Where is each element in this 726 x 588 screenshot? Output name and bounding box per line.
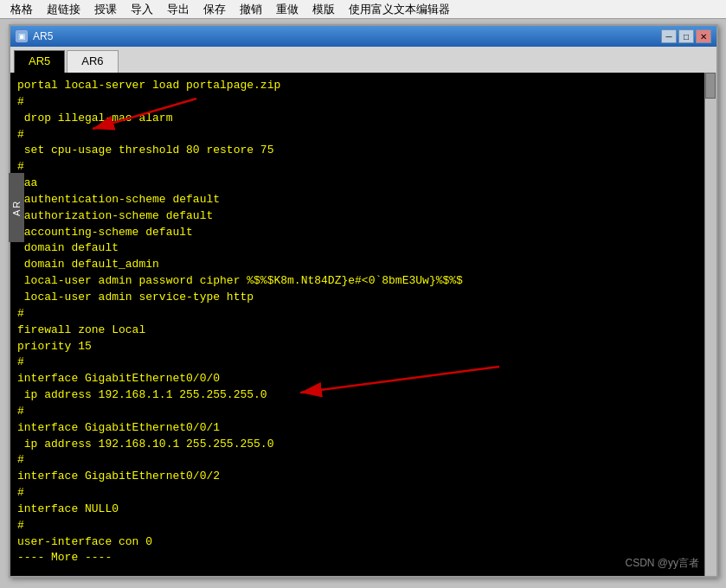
menu-geige[interactable]: 格格 bbox=[3, 0, 40, 19]
terminal-line: # bbox=[17, 94, 710, 111]
menu-chexiao[interactable]: 撤销 bbox=[233, 0, 269, 19]
terminal-line: domain default bbox=[17, 240, 710, 257]
minimize-button[interactable]: ─ bbox=[661, 29, 677, 43]
menu-richtext[interactable]: 使用富义文本编辑器 bbox=[342, 0, 457, 19]
terminal-line: user-interface con 0 bbox=[17, 534, 710, 551]
menu-daoru[interactable]: 导入 bbox=[124, 0, 160, 19]
terminal-line: authentication-scheme default bbox=[17, 192, 710, 208]
title-bar-left: ▣ AR5 bbox=[16, 30, 53, 42]
terminal-line: interface GigabitEthernet0/0/0 bbox=[17, 371, 710, 387]
terminal-line: # bbox=[17, 404, 710, 420]
terminal-line: interface GigabitEthernet0/0/2 bbox=[17, 469, 710, 485]
terminal-line: # bbox=[17, 159, 710, 176]
tab-bar: AR5 AR6 bbox=[10, 47, 716, 73]
terminal-line: # bbox=[17, 306, 710, 323]
terminal-line: interface GigabitEthernet0/0/1 bbox=[17, 420, 710, 437]
menu-baocun[interactable]: 保存 bbox=[196, 0, 233, 19]
terminal-line: ---- More ---- bbox=[17, 550, 710, 566]
terminal-line: set cpu-usage threshold 80 restore 75 bbox=[17, 143, 710, 159]
terminal-content: portal local-server load portalpage.zip#… bbox=[17, 78, 710, 566]
title-controls: ─ □ ✕ bbox=[661, 29, 711, 43]
scrollbar-thumb[interactable] bbox=[705, 73, 716, 99]
terminal-line: aaa bbox=[17, 176, 710, 192]
terminal-line: drop illegal-mac alarm bbox=[17, 111, 710, 127]
terminal-line: # bbox=[17, 452, 710, 469]
terminal-line: domain default_admin bbox=[17, 257, 710, 273]
menu-daochu[interactable]: 导出 bbox=[160, 0, 196, 19]
terminal-line: firewall zone Local bbox=[17, 323, 710, 339]
title-bar: ▣ AR5 ─ □ ✕ bbox=[10, 26, 716, 47]
watermark: CSDN @yy言者 bbox=[625, 556, 699, 571]
menu-chaoliangjie[interactable]: 超链接 bbox=[40, 0, 87, 19]
window-title: AR5 bbox=[33, 30, 53, 42]
menu-moban[interactable]: 模版 bbox=[305, 0, 342, 19]
terminal-line: interface NULL0 bbox=[17, 502, 710, 518]
terminal-line: ip address 192.168.10.1 255.255.255.0 bbox=[17, 437, 710, 453]
terminal-line: # bbox=[17, 355, 710, 371]
terminal-line: # bbox=[17, 485, 710, 502]
tab-ar5[interactable]: AR5 bbox=[14, 50, 65, 73]
terminal-line: accounting-scheme default bbox=[17, 225, 710, 241]
maximize-button[interactable]: □ bbox=[678, 29, 694, 43]
menu-bar: 格格 超链接 授课 导入 导出 保存 撤销 重做 模版 使用富义文本编辑器 bbox=[0, 0, 726, 19]
close-button[interactable]: ✕ bbox=[696, 29, 711, 43]
terminal-line: priority 15 bbox=[17, 339, 710, 355]
terminal-line: ip address 192.168.1.1 255.255.255.0 bbox=[17, 387, 710, 404]
side-label-ar: AR bbox=[9, 173, 24, 242]
tab-ar6[interactable]: AR6 bbox=[67, 50, 118, 73]
terminal-line: authorization-scheme default bbox=[17, 208, 710, 225]
terminal-area: portal local-server load portalpage.zip#… bbox=[10, 73, 716, 576]
terminal-line: portal local-server load portalpage.zip bbox=[17, 78, 710, 94]
terminal-line: local-user admin service-type http bbox=[17, 290, 710, 306]
terminal-line: local-user admin password cipher %$%$K8m… bbox=[17, 273, 710, 290]
terminal-line: # bbox=[17, 518, 710, 534]
window-icon: ▣ bbox=[16, 30, 28, 42]
scrollbar[interactable] bbox=[704, 73, 716, 576]
terminal-line: # bbox=[17, 127, 710, 144]
ar5-window: ▣ AR5 ─ □ ✕ AR5 AR6 portal local-server … bbox=[9, 24, 718, 578]
menu-shouket[interactable]: 授课 bbox=[87, 0, 124, 19]
menu-chongzuo[interactable]: 重做 bbox=[269, 0, 305, 19]
